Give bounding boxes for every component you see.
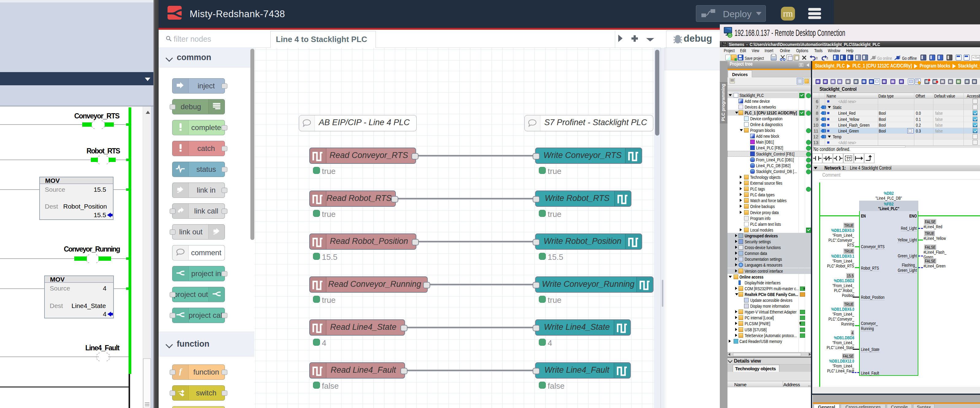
svg-text:Dest: Dest: [45, 203, 58, 210]
svg-text:15.5: 15.5: [94, 186, 106, 193]
svg-text:4: 4: [103, 285, 107, 292]
svg-text:Dest: Dest: [50, 302, 63, 309]
svg-text:±: ±: [826, 56, 828, 60]
svg-text:Source: Source: [50, 285, 70, 292]
svg-text:MOV: MOV: [45, 177, 60, 184]
svg-text:Robot_RTS: Robot_RTS: [86, 147, 120, 155]
svg-text:MOV: MOV: [50, 276, 65, 283]
svg-text:??: ??: [846, 156, 851, 161]
svg-text:Conveyor_Running: Conveyor_Running: [64, 245, 120, 253]
svg-text:Line4_Fault: Line4_Fault: [85, 344, 120, 352]
svg-text:Line4_State: Line4_State: [72, 302, 106, 310]
svg-text:4: 4: [103, 310, 107, 318]
svg-text:Robot_Position: Robot_Position: [63, 203, 107, 210]
svg-text:15.5: 15.5: [94, 211, 106, 218]
svg-text:Conveyor_RTS: Conveyor_RTS: [74, 112, 120, 120]
svg-text:f: f: [179, 367, 183, 376]
svg-text:±: ±: [816, 56, 818, 60]
svg-text:Source: Source: [45, 186, 65, 193]
